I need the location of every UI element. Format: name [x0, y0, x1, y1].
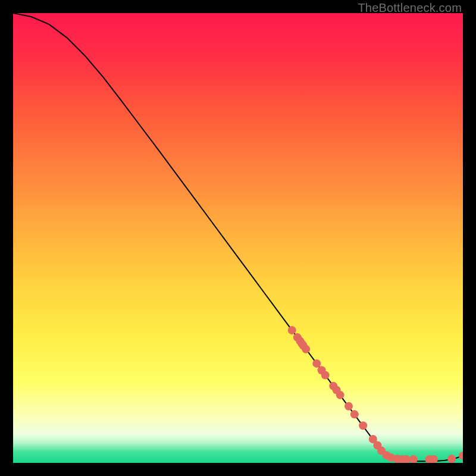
data-dot	[336, 391, 345, 399]
data-dot	[447, 455, 456, 463]
data-dot	[288, 326, 296, 334]
gradient-background	[13, 13, 463, 463]
data-dot	[359, 421, 367, 430]
data-dot	[321, 371, 330, 380]
chart-frame	[13, 13, 463, 463]
chart-svg	[13, 13, 463, 463]
data-dot	[312, 359, 321, 368]
data-dot	[350, 410, 359, 418]
watermark-label: TheBottleneck.com	[358, 1, 462, 15]
data-dot	[345, 402, 353, 411]
data-dot	[302, 345, 310, 353]
